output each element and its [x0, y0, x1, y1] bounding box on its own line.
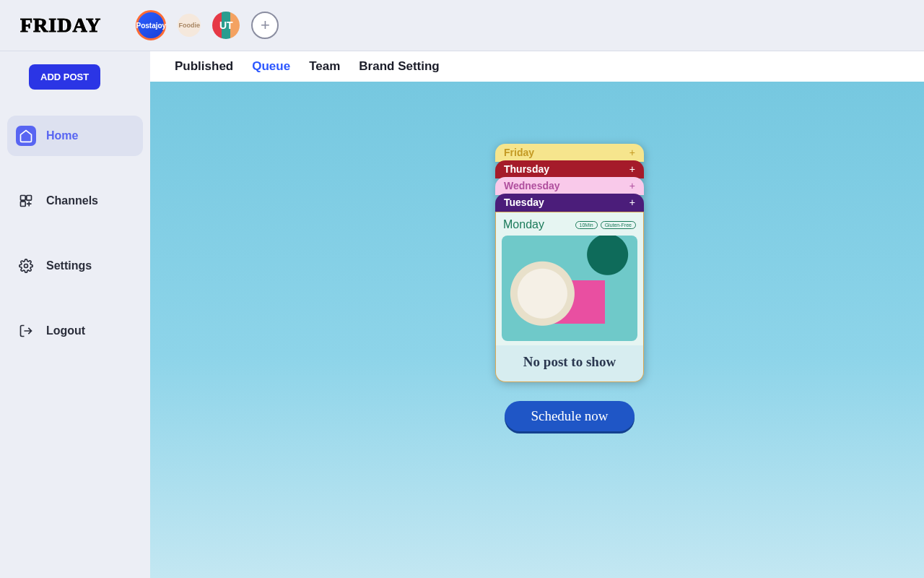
badge: 10Min: [575, 221, 598, 229]
badge: Gluten-Free: [601, 221, 636, 229]
brand-avatar-1[interactable]: Postajoy: [136, 10, 166, 40]
sidebar-item-label: Settings: [46, 259, 92, 272]
schedule-card: Friday + Thursday + Wednesday + Tuesday …: [495, 144, 644, 382]
svg-rect-2: [21, 202, 26, 207]
brand-avatar-3[interactable]: UT: [212, 12, 240, 39]
plus-icon[interactable]: +: [629, 180, 635, 191]
brand-avatar-2[interactable]: Foodie: [178, 14, 201, 37]
channels-icon: [16, 191, 36, 211]
sidebar-item-label: Channels: [46, 194, 98, 207]
app-logo: FRIDAY: [20, 14, 101, 37]
day-label: Monday: [503, 218, 544, 231]
day-row-monday[interactable]: Monday 10Min Gluten-Free: [496, 212, 643, 236]
day-row-tuesday[interactable]: Tuesday +: [495, 194, 644, 212]
day-row-wednesday[interactable]: Wednesday +: [495, 177, 644, 195]
empty-state-text: No post to show: [495, 345, 644, 382]
plus-icon[interactable]: +: [629, 163, 635, 175]
brand-avatars: Postajoy Foodie UT +: [136, 10, 279, 40]
plus-icon[interactable]: +: [629, 147, 635, 158]
post-preview-image: [496, 236, 643, 345]
day-row-friday[interactable]: Friday +: [495, 144, 644, 162]
settings-icon: [16, 256, 36, 276]
main: Published Queue Team Brand Setting Frida…: [150, 51, 924, 578]
day-label: Wednesday: [504, 180, 560, 191]
canvas: Friday + Thursday + Wednesday + Tuesday …: [150, 82, 924, 578]
sidebar-item-home[interactable]: Home: [7, 116, 143, 156]
add-post-button[interactable]: ADD POST: [29, 64, 100, 90]
tab-brand-setting[interactable]: Brand Setting: [359, 59, 439, 74]
sidebar: ADD POST Home Channels Settings Logout: [0, 51, 150, 578]
sidebar-item-logout[interactable]: Logout: [7, 311, 143, 351]
sidebar-item-label: Home: [46, 129, 78, 142]
tab-published[interactable]: Published: [175, 59, 233, 74]
day-label: Tuesday: [504, 197, 544, 208]
schedule-now-button[interactable]: Schedule now: [505, 401, 634, 431]
sidebar-item-label: Logout: [46, 324, 85, 337]
logout-icon: [16, 321, 36, 341]
day-row-thursday[interactable]: Thursday +: [495, 160, 644, 178]
svg-rect-1: [27, 196, 32, 201]
plus-icon[interactable]: +: [629, 197, 635, 208]
tabs: Published Queue Team Brand Setting: [150, 51, 924, 82]
svg-point-3: [25, 264, 28, 268]
add-brand-button[interactable]: +: [251, 12, 279, 39]
day-label: Thursday: [504, 163, 549, 175]
day-label: Friday: [504, 147, 534, 158]
tab-queue[interactable]: Queue: [252, 59, 290, 74]
sidebar-item-settings[interactable]: Settings: [7, 246, 143, 286]
badges: 10Min Gluten-Free: [575, 221, 636, 229]
topbar: FRIDAY Postajoy Foodie UT +: [0, 0, 924, 51]
svg-rect-0: [21, 196, 26, 201]
home-icon: [16, 126, 36, 146]
tab-team[interactable]: Team: [309, 59, 340, 74]
sidebar-item-channels[interactable]: Channels: [7, 181, 143, 221]
